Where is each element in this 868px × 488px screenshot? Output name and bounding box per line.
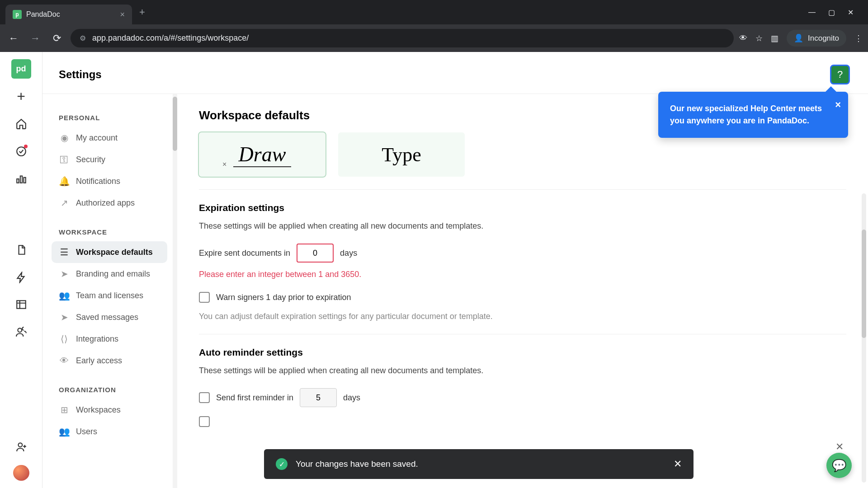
warn-checkbox-row: Warn signers 1 day prior to expiration: [199, 292, 846, 303]
incognito-icon: 👤: [794, 33, 803, 43]
eye-icon: 👁: [59, 355, 70, 366]
user-circle-icon: ◉: [59, 132, 70, 143]
popover-text: Our new specialized Help Center meets yo…: [670, 104, 822, 125]
close-window-icon[interactable]: ✕: [848, 8, 854, 17]
nav-saved-messages[interactable]: ➤ Saved messages: [52, 306, 167, 328]
signature-remove-icon[interactable]: ×: [222, 160, 226, 169]
repeat-reminder-checkbox[interactable]: [199, 416, 210, 427]
browser-tab[interactable]: p PandaDoc ×: [5, 5, 132, 24]
visibility-off-icon[interactable]: 👁: [739, 33, 747, 43]
dismiss-icon[interactable]: ✕: [835, 441, 844, 453]
settings-nav[interactable]: PERSONAL ◉ My account ⚿ Security 🔔 Notif…: [42, 94, 174, 488]
page-title: Settings: [59, 68, 102, 81]
warn-checkbox[interactable]: [199, 292, 210, 303]
panel-icon[interactable]: ▥: [771, 33, 778, 43]
nav-label: Workspace defaults: [76, 248, 153, 257]
help-popover: × Our new specialized Help Center meets …: [658, 92, 848, 138]
expire-error: Please enter an integer between 1 and 36…: [199, 270, 846, 279]
tab-strip: p PandaDoc × + ― ▢ ✕: [0, 0, 868, 24]
repeat-reminder-row: [199, 416, 846, 427]
divider: [199, 189, 846, 190]
bookmark-icon[interactable]: ☆: [755, 33, 763, 43]
documents-icon[interactable]: [11, 240, 31, 259]
add-user-icon[interactable]: [11, 437, 31, 457]
success-check-icon: ✓: [276, 458, 288, 470]
nav-label: Saved messages: [76, 313, 138, 322]
team-icon: 👥: [59, 290, 70, 301]
nav-label: My account: [76, 133, 118, 143]
nav-label: Team and licenses: [76, 291, 143, 300]
create-button[interactable]: +: [11, 87, 31, 106]
content-scrollbar[interactable]: [862, 193, 866, 483]
settings-header: Settings ?: [42, 52, 868, 94]
reports-icon[interactable]: [11, 169, 31, 188]
nav-label: Branding and emails: [76, 269, 150, 279]
question-icon: ?: [837, 69, 843, 80]
nav-authorized-apps[interactable]: ↗ Authorized apps: [52, 192, 167, 214]
popover-close-icon[interactable]: ×: [835, 97, 841, 112]
toast-close-icon[interactable]: ✕: [674, 458, 682, 470]
nav-my-account[interactable]: ◉ My account: [52, 127, 167, 149]
browser-chrome: p PandaDoc × + ― ▢ ✕ ← → ⟳ ⚙ app.pandado…: [0, 0, 868, 52]
nav-branding[interactable]: ➤ Branding and emails: [52, 263, 167, 285]
nav-scrollbar[interactable]: [173, 94, 177, 488]
browser-menu-icon[interactable]: ⋮: [854, 33, 863, 43]
settings-content[interactable]: Workspace defaults × Draw Type Expiratio…: [177, 94, 868, 488]
incognito-badge[interactable]: 👤 Incognito: [787, 30, 846, 47]
svg-point-6: [18, 443, 22, 447]
nav-label: Users: [76, 427, 97, 436]
expire-days-input[interactable]: [297, 244, 334, 263]
library-icon[interactable]: [11, 295, 31, 314]
first-reminder-checkbox[interactable]: [199, 392, 210, 403]
nav-integrations[interactable]: ⟨⟩ Integrations: [52, 328, 167, 350]
nav-security[interactable]: ⚿ Security: [52, 149, 167, 170]
nav-team[interactable]: 👥 Team and licenses: [52, 285, 167, 306]
activity-icon[interactable]: [11, 142, 31, 161]
reminder-title: Auto reminder settings: [199, 347, 846, 358]
reload-button[interactable]: ⟳: [49, 33, 65, 44]
nav-workspaces[interactable]: ⊞ Workspaces: [52, 399, 167, 421]
key-icon: ⚿: [59, 154, 70, 165]
templates-icon[interactable]: [11, 267, 31, 287]
home-icon[interactable]: [11, 114, 31, 134]
nav-label: Authorized apps: [76, 198, 135, 208]
nav-label: Integrations: [76, 334, 118, 344]
nav-section-workspace: WORKSPACE: [59, 228, 160, 236]
svg-rect-2: [20, 176, 22, 183]
help-button[interactable]: ?: [830, 65, 850, 84]
url-text: app.pandadoc.com/a/#/settings/workspace/: [92, 33, 249, 43]
signature-type-card[interactable]: Type: [338, 132, 465, 177]
pandadoc-logo[interactable]: pd: [11, 59, 31, 79]
back-button[interactable]: ←: [5, 33, 22, 44]
nav-users[interactable]: 👥 Users: [52, 421, 167, 442]
user-avatar[interactable]: [13, 465, 29, 481]
minimize-icon[interactable]: ―: [808, 8, 816, 17]
site-settings-icon[interactable]: ⚙: [80, 34, 86, 42]
contacts-icon[interactable]: [11, 323, 31, 342]
save-toast: ✓ Your changes have been saved. ✕: [264, 449, 693, 479]
grid-icon: ⊞: [59, 404, 70, 415]
signature-draw-card[interactable]: × Draw: [199, 132, 326, 177]
nav-label: Workspaces: [76, 405, 121, 415]
signature-options: × Draw Type: [199, 132, 846, 177]
nav-label: Notifications: [76, 177, 120, 186]
nav-section-personal: PERSONAL: [59, 114, 160, 122]
settings-area: Settings ? PERSONAL ◉ My account ⚿ Secur…: [42, 52, 868, 488]
new-tab-button[interactable]: +: [139, 6, 145, 18]
signature-draw-label: Draw: [233, 142, 292, 167]
settings-body: PERSONAL ◉ My account ⚿ Security 🔔 Notif…: [42, 94, 868, 488]
tab-close-icon[interactable]: ×: [120, 10, 125, 19]
nav-notifications[interactable]: 🔔 Notifications: [52, 170, 167, 192]
nav-workspace-defaults[interactable]: ☰ Workspace defaults: [52, 241, 167, 263]
address-bar[interactable]: ⚙ app.pandadoc.com/a/#/settings/workspac…: [71, 29, 734, 47]
chat-widget-button[interactable]: 💬: [826, 453, 852, 478]
first-reminder-input[interactable]: [300, 388, 337, 407]
first-reminder-label-after: days: [343, 393, 360, 403]
send-icon: ➤: [59, 268, 70, 279]
app-root: pd + Settings: [0, 52, 868, 488]
expiration-title: Expiration settings: [199, 202, 846, 213]
maximize-icon[interactable]: ▢: [828, 8, 835, 17]
svg-rect-3: [24, 178, 25, 183]
nav-early-access[interactable]: 👁 Early access: [52, 350, 167, 371]
forward-button[interactable]: →: [27, 33, 43, 44]
